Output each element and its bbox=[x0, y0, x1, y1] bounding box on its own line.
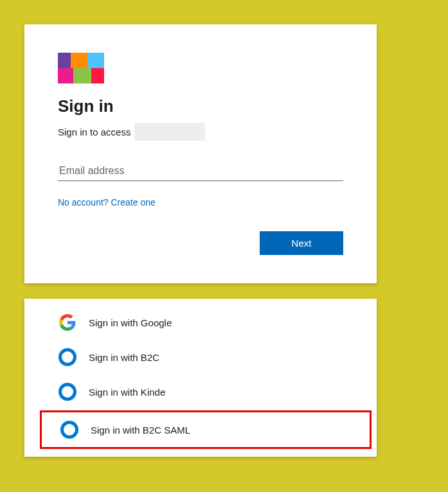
google-icon bbox=[58, 313, 77, 332]
provider-google-label: Sign in with Google bbox=[89, 317, 172, 328]
provider-kinde-label: Sign in with Kinde bbox=[89, 387, 165, 398]
provider-b2c-saml-label: Sign in with B2C SAML bbox=[91, 425, 190, 435]
page-title: Sign in bbox=[58, 96, 343, 116]
brand-logo bbox=[58, 53, 104, 83]
circle-icon bbox=[60, 420, 79, 439]
svg-rect-5 bbox=[91, 68, 104, 83]
provider-b2c-label: Sign in with B2C bbox=[89, 352, 159, 363]
signin-card: Sign in Sign in to access No account? Cr… bbox=[24, 24, 377, 283]
highlight-annotation: Sign in with B2C SAML bbox=[40, 410, 372, 449]
subtitle: Sign in to access bbox=[58, 123, 343, 141]
email-field[interactable] bbox=[58, 161, 343, 180]
svg-rect-2 bbox=[87, 53, 104, 68]
subtitle-text: Sign in to access bbox=[58, 127, 130, 137]
provider-google[interactable]: Sign in with Google bbox=[24, 305, 377, 340]
circle-icon bbox=[58, 347, 77, 367]
svg-rect-4 bbox=[73, 68, 91, 83]
svg-rect-1 bbox=[71, 53, 87, 68]
create-account-link[interactable]: No account? Create one bbox=[58, 197, 156, 207]
svg-rect-3 bbox=[58, 68, 73, 83]
redacted-app-name bbox=[134, 123, 205, 141]
email-input-wrap bbox=[58, 161, 343, 181]
provider-b2c-saml[interactable]: Sign in with B2C SAML bbox=[42, 412, 370, 447]
actions-row: Next bbox=[58, 231, 343, 255]
circle-icon bbox=[58, 382, 77, 401]
svg-rect-0 bbox=[58, 53, 71, 68]
next-button[interactable]: Next bbox=[260, 231, 343, 255]
provider-b2c[interactable]: Sign in with B2C bbox=[24, 340, 377, 374]
provider-kinde[interactable]: Sign in with Kinde bbox=[24, 374, 377, 409]
providers-card: Sign in with Google Sign in with B2C Sig… bbox=[24, 299, 377, 457]
